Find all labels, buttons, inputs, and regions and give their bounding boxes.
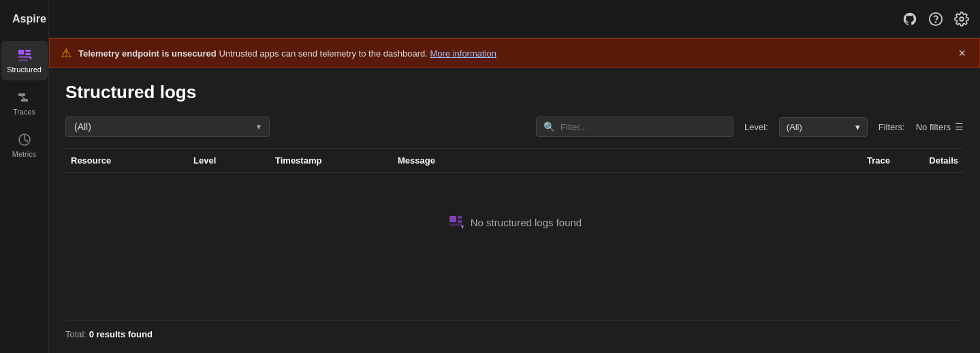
- svg-marker-8: [29, 57, 32, 60]
- alert-message: Untrusted apps can send telemetry to the…: [219, 48, 430, 59]
- alert-text: Telemetry endpoint is unsecured Untruste…: [78, 48, 949, 59]
- structured-icon: [17, 48, 32, 63]
- main-content: Aspire: [49, 0, 980, 353]
- sidebar-item-structured[interactable]: Structured: [1, 41, 48, 80]
- svg-rect-10: [21, 99, 28, 102]
- svg-rect-4: [25, 50, 31, 52]
- filters-label: Filters:: [879, 122, 905, 132]
- chevron-down-icon: ▾: [257, 122, 261, 132]
- filter-icon: ☰: [955, 121, 964, 132]
- svg-rect-17: [458, 216, 462, 219]
- resource-select-value: (All): [74, 121, 91, 132]
- col-level: Level: [188, 155, 270, 166]
- traces-icon: [17, 90, 32, 105]
- table-header: Resource Level Timestamp Message Trace D…: [65, 149, 964, 173]
- sidebar: Aspire Structured: [0, 0, 49, 353]
- svg-rect-19: [449, 224, 462, 226]
- alert-banner: ⚠ Telemetry endpoint is unsecured Untrus…: [49, 38, 980, 68]
- svg-rect-6: [18, 56, 31, 58]
- alert-link[interactable]: More information: [430, 48, 496, 59]
- svg-rect-9: [18, 93, 25, 96]
- page-title: Structured logs: [65, 82, 964, 103]
- search-box: 🔍: [536, 117, 733, 137]
- alert-title: Telemetry endpoint is unsecured: [78, 48, 217, 59]
- alert-close-button[interactable]: ×: [955, 46, 968, 61]
- filters-text: No filters: [916, 122, 951, 132]
- svg-rect-3: [18, 50, 24, 55]
- col-trace: Trace: [814, 155, 896, 166]
- sidebar-item-label-structured: Structured: [7, 65, 42, 74]
- empty-state-icon: [447, 214, 464, 230]
- alert-warning-icon: ⚠: [61, 46, 72, 61]
- toolbar: (All) ▾ 🔍 Level: (All) ▾ Filters: No fil…: [65, 117, 964, 137]
- svg-line-11: [22, 96, 25, 99]
- page-body: Structured logs (All) ▾ 🔍 Level: (All) ▾…: [49, 68, 980, 353]
- metrics-icon: [17, 132, 32, 147]
- help-button[interactable]: [928, 12, 943, 27]
- svg-rect-18: [458, 220, 462, 223]
- level-label: Level:: [744, 122, 768, 132]
- footer-prefix: Total:: [65, 329, 89, 339]
- sidebar-item-traces[interactable]: Traces: [1, 83, 48, 123]
- github-button[interactable]: [902, 12, 917, 27]
- sidebar-item-label-metrics: Metrics: [12, 150, 36, 158]
- svg-point-14: [936, 22, 936, 22]
- app-logo-row: Aspire: [0, 0, 48, 38]
- level-select-value: (All): [787, 122, 802, 132]
- sidebar-item-label-traces: Traces: [13, 108, 35, 116]
- resource-select[interactable]: (All) ▾: [65, 117, 270, 137]
- footer: Total: 0 results found: [65, 320, 964, 339]
- settings-button[interactable]: [954, 12, 969, 27]
- sidebar-nav: Structured Traces: [0, 38, 48, 165]
- svg-point-15: [960, 17, 964, 21]
- svg-marker-20: [461, 226, 464, 229]
- top-header: Aspire: [49, 0, 980, 38]
- svg-rect-7: [18, 59, 28, 61]
- filters-button[interactable]: No filters ☰: [916, 121, 964, 132]
- level-chevron-icon: ▾: [855, 122, 860, 132]
- search-icon: 🔍: [543, 121, 555, 132]
- empty-state-message: No structured logs found: [471, 217, 582, 228]
- filter-input[interactable]: [560, 122, 726, 132]
- footer-count: 0 results found: [89, 329, 153, 339]
- col-resource: Resource: [65, 155, 188, 166]
- svg-rect-5: [25, 53, 31, 55]
- sidebar-item-metrics[interactable]: Metrics: [1, 125, 48, 165]
- table-container: Resource Level Timestamp Message Trace D…: [65, 148, 964, 320]
- app-title: Aspire: [12, 13, 46, 25]
- empty-state: No structured logs found: [65, 173, 964, 271]
- col-timestamp: Timestamp: [270, 155, 392, 166]
- col-message: Message: [392, 155, 814, 166]
- col-details: Details: [896, 155, 964, 166]
- level-select[interactable]: (All) ▾: [779, 117, 868, 137]
- svg-rect-16: [449, 216, 456, 222]
- header-actions: [902, 12, 969, 27]
